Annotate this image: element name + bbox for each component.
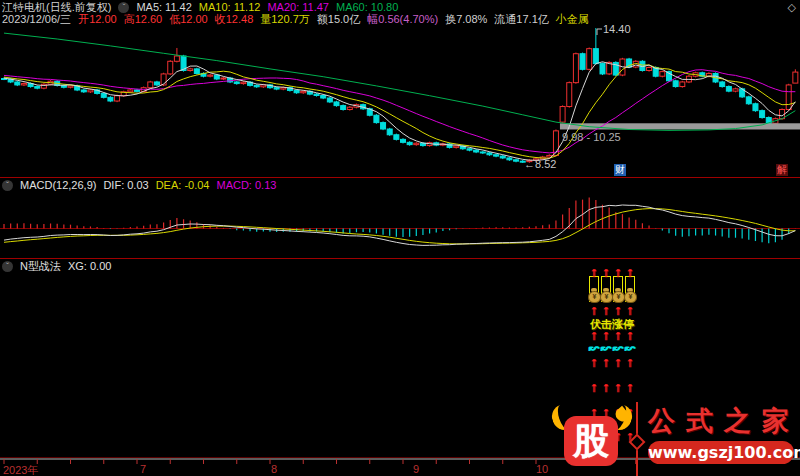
trading-app-window: 江特电机(日线.前复权)ˇMA5: 11.42MA10: 11.12MA20: … bbox=[0, 0, 800, 476]
quote-field: 收12.48 bbox=[215, 13, 254, 25]
buy-arrow-icon: ↑ bbox=[612, 266, 624, 279]
low-price-label: ←8.52 bbox=[524, 158, 556, 170]
wash-arrow-icon: ↜ bbox=[612, 342, 624, 354]
buy-arrow-icon: ↑ bbox=[588, 356, 600, 369]
collapse-chevron-icon[interactable]: ˇ bbox=[2, 180, 13, 191]
quote-field: 开12.00 bbox=[78, 13, 117, 25]
collapse-chevron-icon[interactable]: ˇ bbox=[2, 261, 13, 272]
quote-field: 流通17.1亿 bbox=[494, 13, 548, 25]
quote-info-row: 2023/12/06/三开12.00高12.60低12.00收12.48量120… bbox=[2, 13, 589, 25]
ma-value-label: MA10: 11.12 bbox=[199, 1, 261, 13]
buy-arrow-icon: ↑ bbox=[624, 381, 636, 394]
indicator-header-value: XG: 0.00 bbox=[68, 260, 111, 272]
watermark-divider bbox=[636, 402, 638, 476]
money-bag-icon: ¥ bbox=[624, 288, 636, 301]
watermark: 股 公式之家 www.gszj100.com bbox=[540, 398, 800, 476]
axis-label: 9 bbox=[413, 463, 419, 475]
wash-arrow-icon: ↜ bbox=[588, 342, 600, 354]
money-bag-icon: ¥ bbox=[612, 288, 624, 301]
macd-header-value: MACD: 0.13 bbox=[216, 179, 276, 191]
quote-field: 换7.08% bbox=[445, 13, 487, 25]
logo-character: 股 bbox=[573, 417, 609, 466]
buy-arrow-icon: ↑ bbox=[600, 381, 612, 394]
axis-label: 2023年 bbox=[3, 463, 38, 476]
macd-header-value: MACD(12,26,9) bbox=[20, 179, 96, 191]
event-badge[interactable]: 解 bbox=[776, 164, 788, 176]
buy-arrow-icon: ↑ bbox=[600, 266, 612, 279]
bull-logo-icon: 股 bbox=[552, 406, 632, 472]
axis-label: 8 bbox=[271, 463, 277, 475]
quote-field: 量120.7万 bbox=[260, 13, 310, 25]
buy-arrow-icon: ↑ bbox=[588, 381, 600, 394]
watermark-site-name: 公式之家 bbox=[648, 406, 800, 436]
quote-field: 低12.00 bbox=[169, 13, 208, 25]
buy-arrow-icon: ↑ bbox=[588, 266, 600, 279]
money-bag-icon: ¥ bbox=[588, 288, 600, 301]
high-price-label: 14.40 bbox=[603, 23, 631, 35]
watermark-url: www.gszj100.com bbox=[648, 441, 794, 464]
ma-value-label: MA60: 10.80 bbox=[336, 1, 398, 13]
buy-arrow-icon: ↑ bbox=[624, 266, 636, 279]
wash-arrow-icon: ↜ bbox=[600, 342, 612, 354]
macd-panel-header: ˇMACD(12,26,9)DIF: 0.03DEA: -0.04MACD: 0… bbox=[2, 179, 276, 191]
gap-range-label: 9.98 - 10.25 bbox=[562, 131, 621, 143]
indicator-header-value: N型战法 bbox=[20, 260, 61, 272]
axis-label: 7 bbox=[140, 463, 146, 475]
ma-value-label: MA5: 11.42 bbox=[136, 1, 191, 13]
buy-arrow-icon: ↑ bbox=[612, 356, 624, 369]
stock-title: 江特电机(日线.前复权) bbox=[2, 1, 111, 13]
stock-header-row: 江特电机(日线.前复权)ˇMA5: 11.42MA10: 11.12MA20: … bbox=[2, 1, 398, 13]
quote-field: 高12.60 bbox=[124, 13, 163, 25]
event-badge[interactable]: 财 bbox=[614, 164, 626, 176]
money-bag-icon: ¥ bbox=[600, 288, 612, 301]
quote-field: 2023/12/06/三 bbox=[2, 13, 71, 25]
quote-field: 额15.0亿 bbox=[317, 13, 360, 25]
quote-field: 小金属 bbox=[556, 13, 589, 25]
collapse-chevron-icon[interactable]: ˇ bbox=[118, 2, 129, 13]
quote-field: 幅0.56(4.70%) bbox=[367, 13, 438, 25]
wash-arrow-icon: ↜ bbox=[624, 342, 636, 354]
macd-header-value: DIF: 0.03 bbox=[103, 179, 148, 191]
buy-arrow-icon: ↑ bbox=[624, 304, 636, 317]
buy-arrow-icon: ↑ bbox=[612, 304, 624, 317]
n-strategy-panel-header: ˇN型战法XG: 0.00 bbox=[2, 260, 111, 272]
macd-header-value: DEA: -0.04 bbox=[156, 179, 210, 191]
corner-diamond-icon[interactable]: ◇ bbox=[788, 1, 796, 14]
buy-arrow-icon: ↑ bbox=[612, 381, 624, 394]
buy-arrow-icon: ↑ bbox=[600, 304, 612, 317]
buy-arrow-icon: ↑ bbox=[600, 356, 612, 369]
buy-arrow-icon: ↑ bbox=[588, 304, 600, 317]
buy-arrow-icon: ↑ bbox=[624, 356, 636, 369]
ma-value-label: MA20: 11.47 bbox=[267, 1, 329, 13]
